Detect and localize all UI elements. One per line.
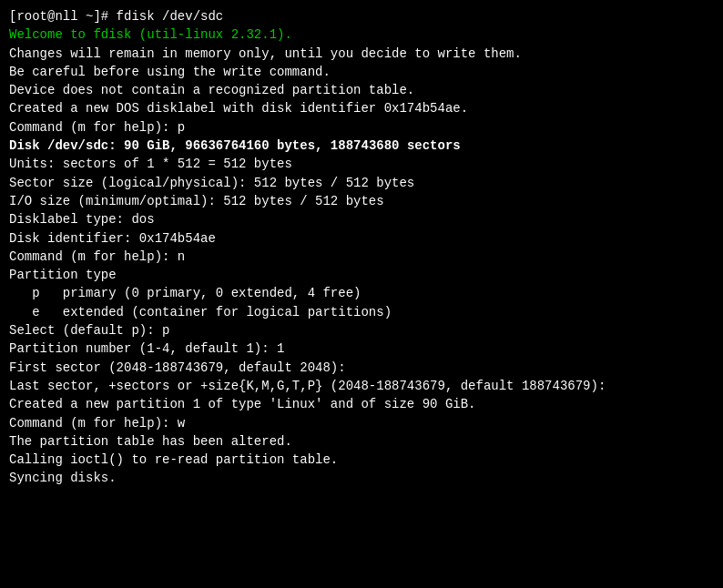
- careful: Be careful before using the write comman…: [9, 63, 714, 81]
- partition-num: Partition number (1-4, default 1): 1: [9, 340, 714, 358]
- sector-size: Sector size (logical/physical): 512 byte…: [9, 174, 714, 192]
- cmd-w: Command (m for help): w: [9, 414, 714, 432]
- created-dos: Created a new DOS disklabel with disk id…: [9, 99, 714, 117]
- prompt-fdisk: [root@nll ~]# fdisk /dev/sdc: [9, 7, 714, 25]
- select-default: Select (default p): p: [9, 321, 714, 340]
- syncing: Syncing disks.: [9, 469, 714, 487]
- disk-id: Disk identifier: 0x174b54ae: [9, 229, 714, 248]
- cmd-p: Command (m for help): p: [9, 118, 714, 137]
- units: Units: sectors of 1 * 512 = 512 bytes: [9, 155, 714, 173]
- device-notice: Device does not contain a recognized par…: [9, 81, 714, 99]
- first-sector: First sector (2048-188743679, default 20…: [9, 359, 714, 377]
- primary: p primary (0 primary, 0 extended, 4 free…: [9, 284, 714, 302]
- io-size: I/O size (minimum/optimal): 512 bytes / …: [9, 192, 714, 210]
- extended: e extended (container for logical partit…: [9, 303, 714, 321]
- disklabel: Disklabel type: dos: [9, 210, 714, 228]
- terminal-window: [root@nll ~]# fdisk /dev/sdc Welcome to …: [0, 0, 723, 588]
- changes: Changes will remain in memory only, unti…: [9, 45, 714, 63]
- partition-type: Partition type: [9, 266, 714, 284]
- welcome: Welcome to fdisk (util-linux 2.32.1).: [9, 25, 714, 44]
- new-partition: Created a new partition 1 of type 'Linux…: [9, 395, 714, 413]
- table-altered: The partition table has been altered.: [9, 432, 714, 451]
- disk-info: Disk /dev/sdc: 90 GiB, 96636764160 bytes…: [9, 137, 714, 155]
- last-sector: Last sector, +sectors or +size{K,M,G,T,P…: [9, 377, 714, 395]
- cmd-n: Command (m for help): n: [9, 248, 714, 266]
- calling-ioctl: Calling ioctl() to re-read partition tab…: [9, 451, 714, 469]
